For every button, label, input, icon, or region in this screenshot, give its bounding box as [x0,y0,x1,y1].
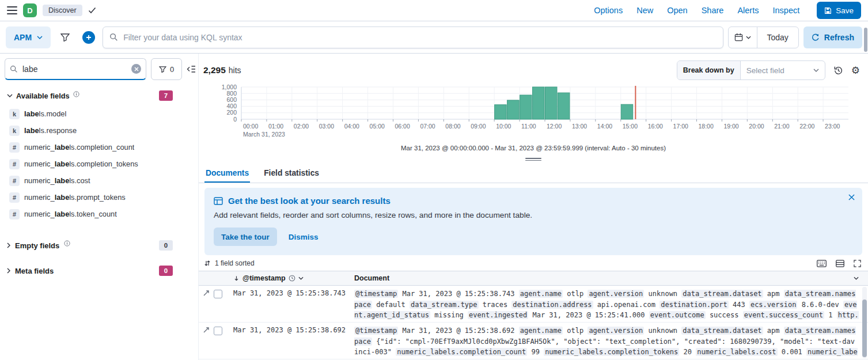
tab-field-statistics[interactable]: Field statistics [263,163,320,183]
row-controls [199,323,231,359]
field-filter-count: 0 [170,65,174,74]
sort-fields-icon[interactable] [204,260,211,267]
chevron-down-icon[interactable] [298,276,304,280]
keyboard-icon[interactable] [817,260,827,267]
hamburger-menu-icon[interactable] [7,6,17,14]
field-name-chip: agent.version [587,327,644,335]
document-cell[interactable]: @timestamp Mar 31, 2023 @ 15:25:38.692 a… [351,323,868,359]
histogram-bar[interactable] [545,87,557,119]
fullscreen-icon[interactable] [854,260,861,267]
available-fields-header[interactable]: Available fields 7 [5,80,198,105]
histogram-bar[interactable] [621,104,632,119]
data-view-label: APM [14,33,32,42]
refresh-button[interactable]: Refresh [803,26,862,48]
tab-documents[interactable]: Documents [204,163,250,183]
add-filter-button[interactable] [79,26,98,48]
field-list-item[interactable]: klabels.response [5,122,198,139]
svg-text:04:00: 04:00 [344,123,359,130]
histogram-bar[interactable] [495,105,506,119]
display-options-icon[interactable] [836,260,844,267]
svg-text:09:00: 09:00 [471,123,486,130]
histogram-bar[interactable] [558,93,569,119]
expand-document-icon[interactable] [203,327,210,334]
field-list-item[interactable]: #numeric_labels.completion_tokens [5,156,198,172]
history-icon[interactable] [833,66,843,75]
nav-link-options[interactable]: Options [594,6,623,15]
filter-icon[interactable] [55,26,75,48]
take-tour-button[interactable]: Take the tour [214,228,277,246]
timestamp-cell[interactable]: Mar 31, 2023 @ 15:25:38.743 [231,286,351,322]
field-list-item[interactable]: klabels.model [5,105,198,122]
svg-text:March 31, 2023: March 31, 2023 [243,131,285,138]
date-picker: Today [728,26,799,48]
field-search-input[interactable] [22,65,127,74]
grid-header-document[interactable]: Document [351,274,868,282]
svg-text:03:00: 03:00 [319,123,334,130]
sort-desc-icon [233,275,240,282]
number-field-icon: # [9,192,20,203]
collapse-sidebar-icon[interactable] [187,65,196,73]
histogram-chart: 02004006008001,00000:00March 31, 202301:… [199,80,868,141]
chevron-down-icon[interactable] [854,276,859,280]
field-name: numeric_labels.completion_tokens [24,160,138,168]
histogram-bar[interactable] [507,100,519,119]
row-checkbox[interactable] [214,327,222,335]
data-view-selector[interactable]: APM [6,26,51,48]
grid-scrollbar-thumb[interactable] [862,300,867,357]
field-name-chip: data_stream.type [410,301,479,309]
nav-link-alerts[interactable]: Alerts [737,6,759,15]
close-icon[interactable] [848,194,855,200]
nav-link-new[interactable]: New [636,6,653,15]
breakdown-select[interactable]: Select field [741,61,825,79]
sorted-fields-label[interactable]: 1 field sorted [215,259,255,267]
save-button[interactable]: Save [817,2,861,19]
grid-scrollbar[interactable] [862,287,867,358]
kql-input[interactable] [123,33,716,42]
field-list-item[interactable]: #numeric_labels.prompt_tokens [5,189,198,206]
breadcrumb[interactable]: Discover [43,5,82,16]
svg-text:00:00: 00:00 [243,123,258,130]
meta-fields-section[interactable]: Meta fields 0 [5,258,198,283]
nav-link-inspect[interactable]: Inspect [772,6,799,15]
fields-sidebar: 0 Available fields 7 klabels.modelklabel… [0,54,199,360]
number-field-icon: # [9,142,20,153]
header-nav: OptionsNewOpenShareAlertsInspect [594,6,799,15]
nav-link-share[interactable]: Share [702,6,724,15]
dismiss-button[interactable]: Dismiss [289,233,319,241]
timestamp-column-label: @timestamp [242,274,286,282]
svg-text:06:00: 06:00 [395,123,410,130]
chart-caption: Mar 31, 2023 @ 00:00:00.000 - Mar 31, 20… [199,145,868,151]
document-cell[interactable]: @timestamp Mar 31, 2023 @ 15:25:38.743 a… [351,286,868,322]
info-icon [64,240,70,247]
svg-text:05:00: 05:00 [370,123,385,130]
field-search[interactable] [5,58,146,80]
date-range-label[interactable]: Today [757,33,798,42]
clear-search-icon[interactable] [131,64,141,74]
gear-icon[interactable]: ⚙ [851,66,860,75]
histogram-bar[interactable] [533,87,544,119]
chart-resize-handle[interactable] [525,157,541,162]
row-checkbox[interactable] [214,290,222,298]
empty-fields-section[interactable]: Empty fields 0 [5,233,198,258]
date-picker-calendar-button[interactable] [729,27,757,48]
page-scrollbar-thumb[interactable] [864,28,867,52]
field-list-item[interactable]: #numeric_labels.token_count [5,206,198,222]
nav-link-open[interactable]: Open [667,6,687,15]
svg-text:15:00: 15:00 [623,123,638,130]
timestamp-cell[interactable]: Mar 31, 2023 @ 15:25:38.692 [231,323,351,359]
documents-grid: @timestamp Document Mar 31, 2023 @ 15:25… [199,271,868,360]
field-filters-button[interactable]: 0 [151,58,182,80]
calendar-icon [734,33,743,41]
svg-text:01:00: 01:00 [268,123,283,130]
expand-document-icon[interactable] [203,290,210,297]
histogram-bar[interactable] [520,95,532,119]
field-list-item[interactable]: #numeric_labels.completion_count [5,139,198,156]
svg-text:07:00: 07:00 [420,123,435,130]
chevron-right-icon [7,242,10,248]
field-list-item[interactable]: #numeric_labels.cost [5,172,198,189]
grid-header-timestamp[interactable]: @timestamp [231,274,351,282]
space-avatar[interactable]: D [23,3,37,17]
number-field-icon: # [9,209,20,219]
kql-search-bar[interactable] [103,26,723,48]
keyword-field-icon: k [9,126,20,136]
